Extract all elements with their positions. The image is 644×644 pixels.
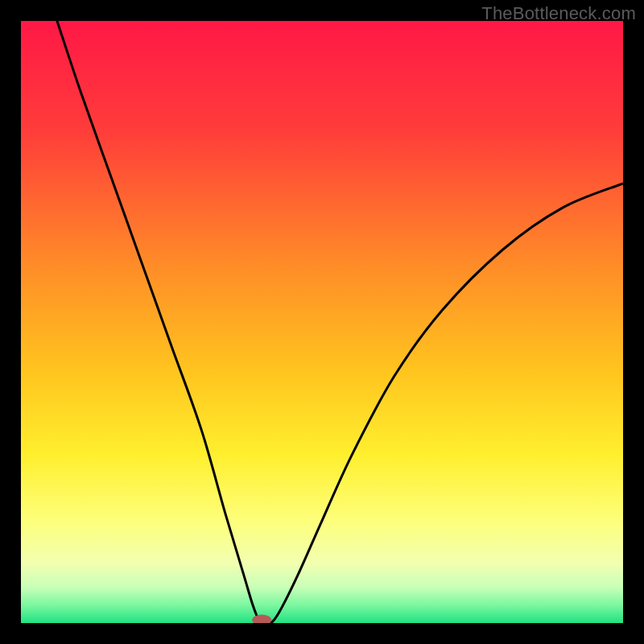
chart-plot-area — [21, 21, 623, 623]
chart-background — [21, 21, 623, 623]
chart-svg — [21, 21, 623, 623]
watermark-text: TheBottleneck.com — [481, 3, 636, 24]
